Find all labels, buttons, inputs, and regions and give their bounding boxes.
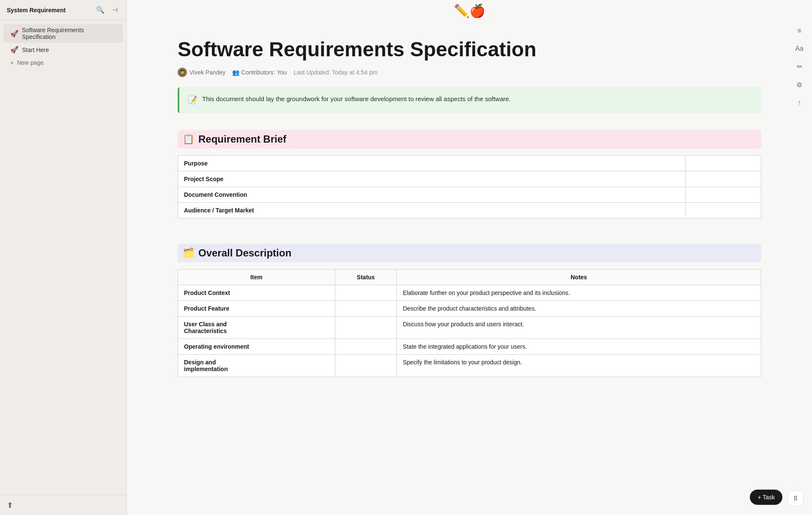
col-header-status: Status — [335, 269, 397, 285]
table-row: Product Context Elaborate further on you… — [178, 285, 761, 300]
section-title-overall: Overall Description — [198, 247, 291, 259]
table-cell-status[interactable] — [335, 354, 397, 377]
edit-button[interactable]: ✏ — [795, 61, 804, 72]
avatar: 🧔 — [178, 68, 187, 77]
table-row: Audience / Target Market — [178, 202, 761, 218]
table-cell-item[interactable]: Product Feature — [178, 300, 335, 316]
contributors-icon: 👥 — [232, 69, 239, 76]
table-cell-value[interactable] — [686, 155, 761, 171]
table-cell-value[interactable] — [686, 171, 761, 187]
task-button-label: + Task — [757, 494, 775, 501]
page-meta: 🧔 Vivek Pandey 👥 Contributors: You Last … — [178, 68, 761, 77]
table-cell-notes[interactable]: Describe the product characteristics and… — [397, 300, 761, 316]
callout-icon: 📝 — [188, 94, 197, 106]
content-area: Software Requirements Specification 🧔 Vi… — [127, 22, 812, 515]
section-overall-description-heading: 🗂️ Overall Description — [178, 244, 761, 262]
share-button[interactable]: ↑ — [796, 97, 803, 108]
section-requirement-brief-heading: 📋 Requirement Brief — [178, 130, 761, 149]
table-cell-label[interactable]: Audience / Target Market — [178, 202, 686, 218]
contributors-label: Contributors: — [241, 69, 275, 76]
table-cell-notes[interactable]: Discuss how your products and users inte… — [397, 316, 761, 339]
overall-description-table: Item Status Notes Product Context Elabor… — [178, 269, 761, 377]
table-row: Project Scope — [178, 171, 761, 187]
grid-icon: ⠿ — [793, 495, 798, 502]
sidebar-header-icons: 🔍 ⊣ — [94, 5, 120, 15]
table-header-row: Item Status Notes — [178, 269, 761, 285]
table-row: Purpose — [178, 155, 761, 171]
author-info: 🧔 Vivek Pandey — [178, 68, 225, 77]
add-page-button[interactable]: + New page — [3, 57, 123, 69]
contributors-value: You — [277, 69, 287, 76]
table-cell-value[interactable] — [686, 202, 761, 218]
font-icon: Aa — [795, 45, 804, 52]
table-cell-label[interactable]: Document Convention — [178, 187, 686, 202]
table-row: User Class andCharacteristics Discuss ho… — [178, 316, 761, 339]
section-emoji-brief: 📋 — [183, 134, 194, 145]
table-cell-notes[interactable]: Elaborate further on your product perspe… — [397, 285, 761, 300]
gear-icon: ⚙ — [796, 81, 802, 88]
last-updated: Last Updated: Today at 4:54 pm — [294, 69, 377, 76]
callout-box: 📝 This document should lay the groundwor… — [178, 87, 761, 113]
table-cell-notes[interactable]: State the integrated applications for yo… — [397, 339, 761, 354]
sidebar-item-icon-start: 🚀 — [10, 46, 19, 54]
settings-button[interactable]: ⚙ — [795, 79, 804, 91]
add-page-label: New page — [17, 59, 44, 66]
table-cell-notes[interactable]: Specify the limitations to your product … — [397, 354, 761, 377]
sidebar-item-start[interactable]: 🚀 Start Here — [3, 43, 123, 56]
avatar-text: 🧔 — [179, 69, 186, 75]
toc-button[interactable]: ≡ — [796, 25, 803, 36]
table-cell-item[interactable]: Operating environment — [178, 339, 335, 354]
sidebar-header: System Requirement 🔍 ⊣ — [0, 0, 126, 20]
table-cell-status[interactable] — [335, 316, 397, 339]
table-cell-value[interactable] — [686, 187, 761, 202]
right-panel: ≡ Aa ✏ ⚙ ↑ — [793, 25, 805, 108]
page-title: Software Requirements Specification — [178, 39, 761, 61]
sidebar-item-label-start: Start Here — [22, 47, 116, 53]
sidebar-item-label-srs: Software Requirements Specification — [22, 27, 116, 40]
col-header-item: Item — [178, 269, 335, 285]
table-cell-label[interactable]: Project Scope — [178, 171, 686, 187]
list-icon: ≡ — [798, 27, 801, 34]
table-row: Document Convention — [178, 187, 761, 202]
table-cell-item[interactable]: Product Context — [178, 285, 335, 300]
edit-icon: ✏ — [797, 63, 802, 70]
grid-button[interactable]: ⠿ — [787, 490, 804, 507]
table-row: Product Feature Describe the product cha… — [178, 300, 761, 316]
sidebar-nav: 🚀 Software Requirements Specification 🚀 … — [0, 20, 126, 72]
table-cell-item[interactable]: Design andimplementation — [178, 354, 335, 377]
sidebar: System Requirement 🔍 ⊣ 🚀 Software Requir… — [0, 0, 127, 515]
section-emoji-overall: 🗂️ — [183, 248, 194, 259]
sidebar-item-srs[interactable]: 🚀 Software Requirements Specification — [3, 24, 123, 43]
top-emoji-bar: ✏️🍎 — [127, 0, 812, 22]
callout-text: This document should lay the groundwork … — [202, 94, 511, 104]
contributors-info: 👥 Contributors: You — [232, 69, 287, 76]
table-cell-status[interactable] — [335, 285, 397, 300]
task-button[interactable]: + Task — [750, 490, 782, 505]
section-title-brief: Requirement Brief — [198, 133, 286, 145]
author-name: Vivek Pandey — [189, 69, 225, 76]
sidebar-title: System Requirement — [7, 7, 66, 14]
sidebar-item-icon-srs: 🚀 — [10, 30, 19, 38]
collapse-button[interactable]: ⊣ — [110, 5, 120, 15]
table-row: Design andimplementation Specify the lim… — [178, 354, 761, 377]
table-cell-status[interactable] — [335, 300, 397, 316]
requirement-brief-table: Purpose Project Scope Document Conventio… — [178, 155, 761, 218]
font-button[interactable]: Aa — [793, 43, 805, 54]
sidebar-footer: ⬆ — [0, 495, 126, 515]
export-icon: ↑ — [798, 99, 801, 106]
search-button[interactable]: 🔍 — [94, 5, 106, 15]
main-content: ✏️🍎 Software Requirements Specification … — [127, 0, 812, 515]
top-emoji: ✏️🍎 — [454, 3, 485, 18]
table-cell-label[interactable]: Purpose — [178, 155, 686, 171]
export-sidebar-button[interactable]: ⬆ — [7, 501, 13, 510]
table-cell-item[interactable]: User Class andCharacteristics — [178, 316, 335, 339]
last-updated-value: Today at 4:54 pm — [332, 69, 377, 76]
last-updated-label: Last Updated: — [294, 69, 330, 76]
add-icon: + — [10, 59, 14, 66]
table-row: Operating environment State the integrat… — [178, 339, 761, 354]
table-cell-status[interactable] — [335, 339, 397, 354]
col-header-notes: Notes — [397, 269, 761, 285]
